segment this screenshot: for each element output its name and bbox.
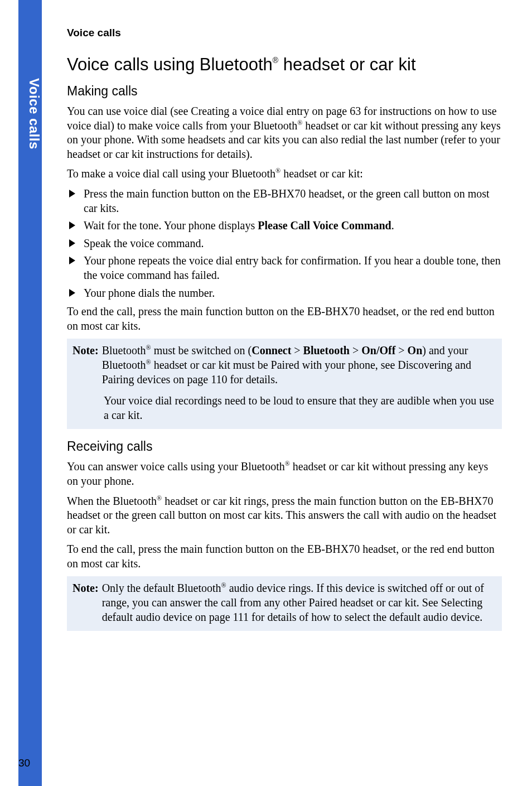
making-calls-heading: Making calls [67,84,502,99]
text: Only the default Bluetooth [102,582,221,594]
text: > [395,344,407,356]
text: Your phone dials the number. [84,287,215,299]
making-p2: To make a voice dial call using your Blu… [67,167,502,181]
text: must be switched on ( [151,344,252,356]
page-title: Voice calls using Bluetooth® headset or … [67,55,502,75]
text: > [291,344,303,356]
text: . [391,219,394,232]
receiving-p1: You can answer voice calls using your Bl… [67,460,502,488]
registered-icon: ® [157,494,162,502]
side-tab-label: Voice calls [18,78,42,150]
content-area: Voice calls Voice calls using Bluetooth®… [67,27,502,641]
registered-icon: ® [146,359,151,367]
text: headset or car kit: [280,167,363,180]
text: headset or car kit must be Paired with y… [102,359,471,385]
making-p3: To end the call, press the main function… [67,305,502,333]
registered-icon: ® [275,167,280,175]
side-tab: Voice calls [18,0,42,786]
note-row: Note: Bluetooth® must be switched on (Co… [72,343,496,387]
step-item: Wait for the tone. Your phone displays P… [81,219,502,233]
note-box-2: Note: Only the default Bluetooth® audio … [67,576,502,631]
registered-icon: ® [285,460,290,468]
step-item: Speak the voice command. [81,237,502,251]
text: Wait for the tone. Your phone displays [84,219,258,232]
text-bold: Connect [252,344,291,356]
text: > [350,344,361,356]
running-head: Voice calls [67,27,502,39]
title-post: headset or car kit [278,55,415,74]
title-pre: Voice calls using Bluetooth [67,55,273,74]
step-item: Your phone repeats the voice dial entry … [81,254,502,282]
note-label: Note: [72,343,99,387]
note-para2: Your voice dial recordings need to be lo… [104,393,496,422]
registered-icon: ® [297,119,302,127]
note-row: Note: Only the default Bluetooth® audio … [72,581,496,624]
note-text: Bluetooth® must be switched on (Connect … [102,343,496,387]
receiving-p2: When the Bluetooth® headset or car kit r… [67,494,502,537]
receiving-calls-heading: Receiving calls [67,439,502,454]
making-p1: You can use voice dial (see Creating a v… [67,104,502,161]
registered-icon: ® [273,56,278,65]
text-bold: Bluetooth [303,344,350,356]
text: When the Bluetooth [67,495,157,507]
note-label: Note: [72,581,99,624]
steps-list: Press the main function button on the EB… [67,187,502,300]
receiving-p3: To end the call, press the main function… [67,542,502,571]
registered-icon: ® [221,582,226,590]
text: Speak the voice command. [84,237,204,249]
text: Your phone repeats the voice dial entry … [84,254,501,281]
note-box-1: Note: Bluetooth® must be switched on (Co… [67,339,502,429]
page: Voice calls Voice calls Voice calls usin… [0,0,532,786]
text: Press the main function button on the EB… [84,187,490,214]
note-text: Only the default Bluetooth® audio device… [102,581,496,624]
step-item: Your phone dials the number. [81,286,502,301]
page-number: 30 [18,757,30,769]
text: Bluetooth [102,344,146,356]
text: You can answer voice calls using your Bl… [67,460,285,472]
text-bold: On [408,344,423,356]
text: To make a voice dial call using your Blu… [67,167,275,180]
step-item: Press the main function button on the EB… [81,187,502,215]
text-bold: Please Call Voice Command [258,219,391,232]
registered-icon: ® [146,344,151,352]
text-bold: On/Off [361,344,395,356]
